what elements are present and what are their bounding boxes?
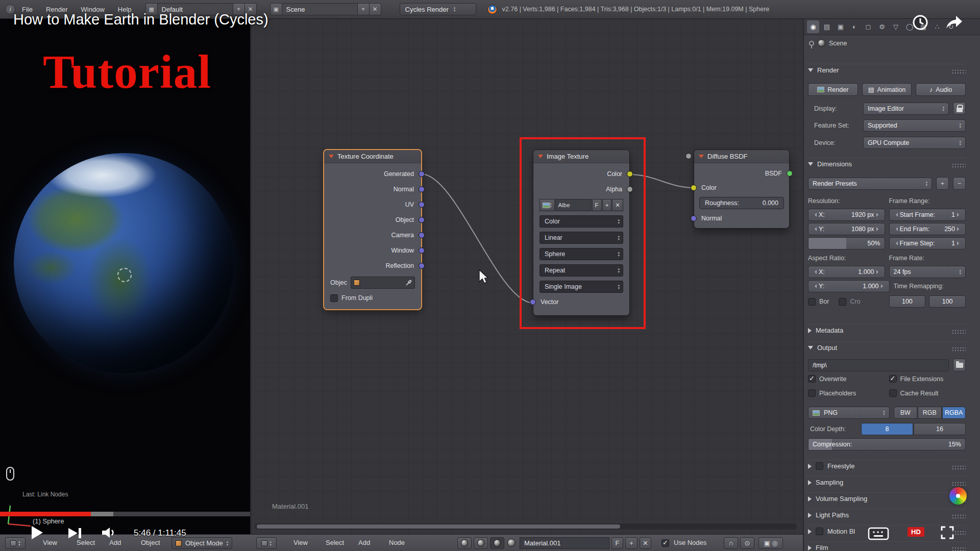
pin-icon[interactable] <box>809 41 814 46</box>
rgba-button[interactable]: RGBA <box>942 407 966 419</box>
collapse-triangle-icon[interactable] <box>329 155 334 158</box>
section-dimensions[interactable]: Dimensions <box>806 158 966 170</box>
increment-icon[interactable] <box>876 227 880 231</box>
socket-window[interactable] <box>419 247 425 254</box>
frame-step-field[interactable]: Frame Step:1 <box>889 237 966 249</box>
section-expand-icon[interactable] <box>808 513 812 518</box>
remap-new-field[interactable]: 100 <box>929 295 966 308</box>
ne-menu-view[interactable]: View <box>293 539 308 546</box>
render-presets-select[interactable]: Render Presets▴▾ <box>808 178 932 190</box>
section-grip[interactable] <box>952 347 966 348</box>
feature-set-select[interactable]: Supported▴▾ <box>863 119 966 132</box>
render-border-icon[interactable]: ▣ ◎ <box>758 537 783 549</box>
section-grip[interactable] <box>952 515 966 516</box>
add-scene-button[interactable]: + <box>358 3 370 15</box>
delete-scene-button[interactable]: ✕ <box>370 3 381 15</box>
tab-constraints[interactable]: ⚙ <box>876 20 888 33</box>
section-expand-icon[interactable] <box>808 529 812 534</box>
section-expand-icon[interactable] <box>808 162 813 166</box>
section-grip[interactable] <box>952 482 966 483</box>
keyboard-icon[interactable] <box>868 527 889 541</box>
tab-particles[interactable]: ∴ <box>931 20 943 33</box>
crop-checkbox[interactable] <box>839 298 846 306</box>
shader-type-linestyle-button[interactable] <box>490 537 504 549</box>
material-fake-user-button[interactable]: F <box>611 537 623 549</box>
section-sampling[interactable]: Sampling <box>806 476 966 488</box>
file-format-select[interactable]: PNG▴▾ <box>808 407 890 419</box>
section-expand-icon[interactable] <box>808 480 812 485</box>
lock-interface-button[interactable] <box>953 102 966 115</box>
depth-8-button[interactable]: 8 <box>861 423 913 435</box>
tab-world[interactable]: ◐ <box>848 20 861 33</box>
shader-type-object-button[interactable] <box>457 537 472 549</box>
scene-field[interactable]: Scene <box>282 3 358 15</box>
increment-icon[interactable] <box>876 270 880 274</box>
overwrite-checkbox[interactable] <box>808 375 816 383</box>
increment-icon[interactable] <box>957 241 961 245</box>
increment-icon[interactable] <box>876 213 880 217</box>
section-grip[interactable] <box>952 70 966 71</box>
video-progress-bar[interactable] <box>0 512 250 516</box>
output-path-field[interactable]: /tmp\ <box>808 359 949 371</box>
socket-normal-in[interactable] <box>691 215 697 221</box>
frame-rate-select[interactable]: 24 fps▴▾ <box>889 266 966 278</box>
vp-menu-select[interactable]: Select <box>77 539 95 546</box>
socket-normal[interactable] <box>419 186 425 192</box>
cache-result-checkbox[interactable] <box>889 389 897 397</box>
decrement-icon[interactable] <box>813 227 817 231</box>
section-film[interactable]: Film <box>806 541 966 551</box>
section-expand-icon[interactable] <box>808 464 812 469</box>
unlink-material-button[interactable]: ✕ <box>640 537 651 549</box>
resolution-y-field[interactable]: Y:1080 px <box>808 223 885 235</box>
section-expand-icon[interactable] <box>808 328 812 333</box>
vp-menu-add[interactable]: Add <box>109 539 121 546</box>
section-render[interactable]: Render <box>806 64 966 76</box>
tab-render-layers[interactable]: ▤ <box>821 20 833 33</box>
share-icon[interactable] <box>943 14 964 31</box>
section-expand-icon[interactable] <box>808 545 812 550</box>
socket-reflection[interactable] <box>419 263 425 269</box>
remap-old-field[interactable]: 100 <box>889 295 926 308</box>
socket-generated[interactable] <box>419 171 425 177</box>
section-expand-icon[interactable] <box>808 346 813 349</box>
section-grip[interactable] <box>952 330 966 331</box>
node-editor-hscrollbar[interactable] <box>255 523 797 530</box>
ne-menu-select[interactable]: Select <box>326 539 344 546</box>
hscrollbar-thumb[interactable] <box>257 524 620 529</box>
section-freestyle[interactable]: Freestyle <box>806 460 966 472</box>
render-button[interactable]: Render <box>808 83 858 96</box>
node-editor[interactable]: Material.001 Texture Coordinate Generate… <box>250 19 803 534</box>
render-engine-select[interactable]: Cycles Render ▴▾ <box>400 3 476 15</box>
play-button[interactable] <box>31 525 44 540</box>
section-grip[interactable] <box>952 547 966 548</box>
add-preset-button[interactable]: + <box>936 177 949 190</box>
roughness-field[interactable]: Roughness: 0.000 <box>699 197 784 209</box>
editor-type-node-button[interactable]: ▴▾ <box>256 537 277 549</box>
node-diffuse-bsdf-header[interactable]: Diffuse BSDF <box>694 150 789 163</box>
decrement-icon[interactable] <box>894 241 898 245</box>
watch-later-icon[interactable] <box>912 14 929 31</box>
placeholders-checkbox[interactable] <box>808 389 816 397</box>
section-volume-sampling[interactable]: Volume Sampling <box>806 492 966 505</box>
depth-16-button[interactable]: 16 <box>914 423 966 435</box>
border-checkbox[interactable] <box>808 298 816 306</box>
snap-icon[interactable]: ∩ <box>724 537 738 549</box>
section-light-paths[interactable]: Light Paths <box>806 509 966 521</box>
pivot-icon[interactable]: ⊙ <box>740 537 754 549</box>
decrement-icon[interactable] <box>813 270 817 274</box>
shader-type-world-button[interactable] <box>474 537 488 549</box>
tab-object[interactable]: ◻ <box>862 20 874 33</box>
eyedropper-icon[interactable] <box>406 280 412 286</box>
node-texture-coordinate[interactable]: Texture Coordinate Generated Normal UV O… <box>324 150 421 309</box>
resolution-x-field[interactable]: X:1920 px <box>808 209 885 221</box>
rgb-button[interactable]: RGB <box>918 407 942 419</box>
tab-render[interactable]: ◉ <box>807 20 819 33</box>
remove-preset-button[interactable]: − <box>953 177 966 190</box>
3d-viewport[interactable]: Tutorial Last: Link Nodes (1) Sphere <box>0 19 250 534</box>
socket-roughness-in[interactable] <box>685 153 692 159</box>
animation-button[interactable]: ▤Animation <box>862 83 912 96</box>
device-select[interactable]: GPU Compute▴▾ <box>863 137 966 149</box>
decrement-icon[interactable] <box>813 213 817 217</box>
ne-menu-node[interactable]: Node <box>389 539 405 546</box>
decrement-icon[interactable] <box>813 284 817 288</box>
